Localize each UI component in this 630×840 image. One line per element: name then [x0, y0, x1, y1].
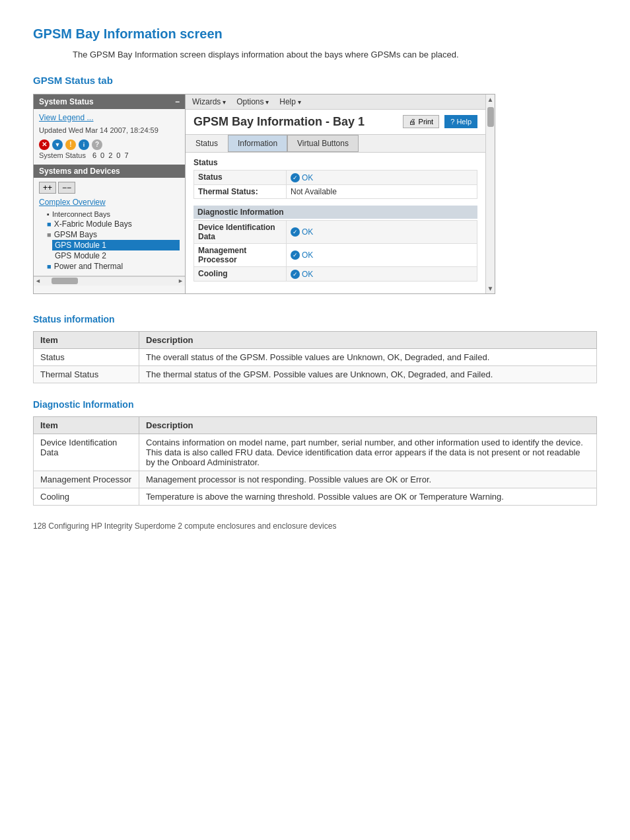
help-menu[interactable]: Help	[279, 97, 300, 106]
status-numbers: System Status 6 0 2 0 7	[39, 151, 180, 159]
gps-module-2-item[interactable]: GPS Module 2	[55, 250, 180, 261]
status-icons-row: ✕ ▼ ! i ?	[39, 139, 180, 150]
status-col-item: Item	[34, 331, 139, 348]
systems-devices-header: Systems and Devices	[34, 165, 185, 178]
system-status-label: System Status	[39, 97, 94, 106]
page-main-title: GPSM Bay Information screen	[33, 26, 597, 42]
interconnect-bays-item[interactable]: ▪ Interconnect Bays	[47, 210, 180, 219]
horizontal-scrollbar[interactable]: ◄ ►	[34, 276, 185, 286]
ok-status: ✓ OK	[291, 173, 313, 182]
toolbar: Wizards Options Help	[186, 95, 485, 110]
right-panel-content: Status Status ✓ OK Thermal Status: Not A…	[186, 153, 485, 293]
status-section-title: Status	[193, 158, 477, 167]
ok-diag-0: ✓ OK	[291, 227, 313, 237]
status-table-row-0: StatusThe overall status of the GPSM. Po…	[34, 348, 597, 365]
plus-icon: ■	[47, 220, 52, 228]
diag-label-1: Management Processor	[194, 243, 287, 266]
status-col-desc: Description	[139, 331, 597, 348]
down-icon: ▼	[52, 139, 63, 150]
tab-status[interactable]: Status	[186, 135, 228, 152]
tab-virtual-buttons[interactable]: Virtual Buttons	[287, 135, 359, 152]
x-fabric-item[interactable]: ■ X-Fabric Module Bays	[47, 219, 180, 229]
gps-module-1-item[interactable]: GPS Module 1	[52, 240, 180, 250]
scroll-thumb[interactable]	[52, 278, 78, 284]
tabs-row: Status Information Virtual Buttons	[186, 135, 485, 153]
ok-diag-1: ✓ OK	[291, 250, 313, 260]
thermal-value: Not Available	[287, 184, 477, 198]
ok-circle-1: ✓	[291, 250, 300, 260]
help-button[interactable]: ? Help	[444, 115, 477, 128]
status-data-table: Item Description StatusThe overall statu…	[33, 331, 597, 383]
system-status-header: System Status −	[34, 95, 185, 109]
count-0b: 0	[116, 151, 120, 159]
gpsm-bays-item[interactable]: ■ GPSM Bays	[47, 229, 180, 240]
title-bar: GPSM Bay Information - Bay 1 🖨 Print ? H…	[186, 110, 485, 135]
status-table-header-row: Item Description	[34, 331, 597, 348]
diagnostic-info-section-title: Diagnostic Information	[33, 399, 597, 410]
ok-circle-icon: ✓	[291, 173, 300, 182]
power-thermal-icon: ■	[47, 262, 52, 270]
complex-overview-link[interactable]: Complex Overview	[39, 198, 180, 207]
status-item-0: Status	[34, 348, 139, 365]
diag-value-0: ✓ OK	[287, 220, 477, 243]
diag-desc-1: Management processor is not responding. …	[139, 471, 597, 488]
options-menu[interactable]: Options	[236, 97, 269, 106]
diag-value-2: ✓ OK	[287, 266, 477, 281]
scroll-down-icon[interactable]: ▼	[486, 284, 495, 293]
status-row: Status ✓ OK	[194, 170, 477, 184]
error-icon: ✕	[39, 139, 50, 150]
print-icon: 🖨	[409, 118, 416, 126]
diag-desc-0: Contains information on model name, part…	[139, 434, 597, 471]
info-icon: i	[79, 139, 89, 150]
minimize-icon[interactable]: −	[175, 97, 180, 106]
panel-bottom: ◄ ►	[34, 276, 185, 286]
ok-circle-0: ✓	[291, 227, 300, 237]
interconnect-icon: ▪	[47, 210, 50, 218]
status-info-section-title: Status information	[33, 314, 597, 325]
ok-circle-2: ✓	[291, 270, 300, 279]
diag-col-desc: Description	[139, 416, 597, 434]
collapse-button[interactable]: −−	[58, 182, 75, 194]
diag-item-2: Cooling	[34, 488, 139, 505]
tree-controls: ++ −−	[39, 182, 180, 194]
status-item-1: Thermal Status	[34, 365, 139, 383]
diag-item-1: Management Processor	[34, 471, 139, 488]
intro-text: The GPSM Bay Information screen displays…	[73, 48, 597, 61]
page-footer: 128 Configuring HP Integrity Superdome 2…	[33, 521, 597, 531]
diag-row-0: Device Identification Data ✓ OK	[194, 220, 477, 243]
scroll-thumb-v[interactable]	[487, 107, 494, 127]
tab-information[interactable]: Information	[228, 135, 287, 152]
scroll-up-icon[interactable]: ▲	[486, 95, 495, 104]
diag-row-1: Management Processor ✓ OK	[194, 243, 477, 266]
diag-label-2: Cooling	[194, 266, 287, 281]
system-status-label2: System Status	[39, 151, 86, 159]
status-desc-1: The thermal status of the GPSM. Possible…	[139, 365, 597, 383]
diag-table-row-0: Device Identification DataContains infor…	[34, 434, 597, 471]
diag-section-title: Diagnostic Information	[193, 206, 477, 219]
wizards-menu[interactable]: Wizards	[192, 97, 226, 106]
right-panel: Wizards Options Help GPSM Bay Informatio…	[186, 95, 485, 293]
bay-title: GPSM Bay Information - Bay 1	[193, 115, 365, 129]
diag-table-row-2: CoolingTemperature is above the warning …	[34, 488, 597, 505]
scroll-right-icon[interactable]: ►	[176, 278, 185, 284]
diag-info-table: Device Identification Data ✓ OK Manageme…	[193, 220, 477, 282]
expand-button[interactable]: ++	[39, 182, 56, 194]
diag-table-row-1: Management ProcessorManagement processor…	[34, 471, 597, 488]
view-legend-link[interactable]: View Legend ...	[39, 113, 180, 122]
ok-diag-2: ✓ OK	[291, 270, 313, 279]
left-panel: System Status − View Legend ... Updated …	[34, 95, 186, 293]
power-thermal-item[interactable]: ■ Power and Thermal	[47, 261, 180, 272]
print-button[interactable]: 🖨 Print	[403, 115, 440, 128]
diag-col-item: Item	[34, 416, 139, 434]
scroll-left-icon[interactable]: ◄	[34, 278, 42, 284]
vertical-scrollbar[interactable]: ▲ ▼	[485, 95, 495, 293]
help-icon: ?	[450, 118, 454, 126]
diag-value-1: ✓ OK	[287, 243, 477, 266]
minus-icon: ■	[47, 231, 52, 239]
screenshot-container: System Status − View Legend ... Updated …	[33, 94, 495, 294]
count-7: 7	[124, 151, 128, 159]
unknown-icon: ?	[92, 139, 102, 150]
diag-label-0: Device Identification Data	[194, 220, 287, 243]
diagnostic-data-table: Item Description Device Identification D…	[33, 416, 597, 506]
count-0a: 0	[100, 151, 104, 159]
